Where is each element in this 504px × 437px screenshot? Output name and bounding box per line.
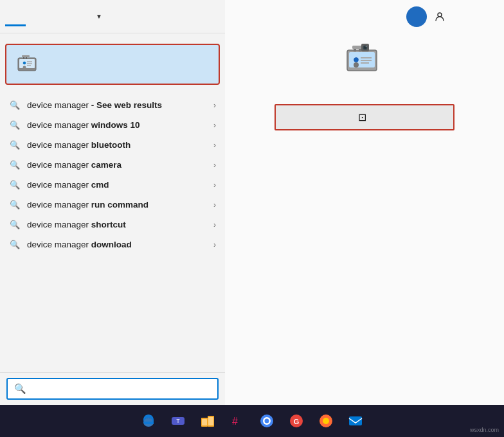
- result-text: device manager run command: [27, 200, 207, 210]
- search-bar-icon: 🔍: [14, 383, 26, 395]
- app6-icon[interactable]: G: [284, 408, 309, 434]
- svg-rect-40: [349, 416, 362, 425]
- result-text: device manager - See web results: [27, 100, 207, 110]
- chevron-down-icon: ▼: [96, 13, 102, 20]
- search-icon: 🔍: [9, 180, 21, 190]
- more-options-btn[interactable]: [453, 6, 473, 27]
- svg-point-35: [265, 419, 269, 424]
- taskbar: T # G wsxdn.com: [0, 405, 504, 437]
- svg-text:T: T: [176, 418, 180, 424]
- svg-text:G: G: [294, 418, 300, 425]
- watermark: wsxdn.com: [470, 427, 499, 433]
- svg-rect-31: [208, 417, 213, 425]
- svg-point-39: [323, 418, 329, 424]
- best-match-item[interactable]: [5, 44, 220, 85]
- close-btn[interactable]: [476, 6, 496, 27]
- device-manager-icon: [15, 51, 41, 77]
- search-web-label: [0, 85, 225, 95]
- svg-point-16: [354, 62, 359, 67]
- list-item[interactable]: 🔍 device manager windows 10 ›: [0, 115, 225, 135]
- list-item[interactable]: 🔍 device manager run command ›: [0, 195, 225, 215]
- svg-point-2: [23, 66, 26, 69]
- right-panel: ⊡: [225, 0, 504, 405]
- tab-documents[interactable]: [46, 6, 67, 26]
- search-icon: 🔍: [9, 100, 21, 110]
- search-icon: 🔍: [9, 140, 21, 150]
- search-icon: 🔍: [9, 120, 21, 130]
- tab-apps[interactable]: [26, 6, 46, 26]
- chevron-right-icon: ›: [213, 220, 216, 229]
- tab-all[interactable]: [5, 6, 26, 26]
- explorer-icon[interactable]: [195, 408, 221, 434]
- svg-point-6: [23, 62, 26, 64]
- search-icon: 🔍: [9, 240, 21, 249]
- result-text: device manager camera: [27, 160, 207, 170]
- slack-icon[interactable]: #: [224, 408, 250, 434]
- user-avatar[interactable]: [406, 6, 427, 27]
- people-icon-btn[interactable]: [429, 6, 450, 27]
- svg-point-17: [354, 58, 359, 62]
- result-text: device manager bluetooth: [27, 140, 207, 150]
- edge-icon[interactable]: [136, 408, 161, 434]
- tabs-bar: ▼: [0, 0, 225, 33]
- tab-more[interactable]: ▼: [87, 4, 109, 29]
- result-text: device manager cmd: [27, 180, 207, 190]
- list-item[interactable]: 🔍 device manager download ›: [0, 235, 225, 254]
- result-text: device manager download: [27, 240, 207, 249]
- list-item[interactable]: 🔍 device manager cmd ›: [0, 175, 225, 195]
- result-text: device manager shortcut: [27, 220, 207, 229]
- window-controls: [406, 6, 496, 27]
- outlook-icon[interactable]: [343, 408, 368, 434]
- chevron-right-icon: ›: [213, 161, 216, 170]
- result-text: device manager windows 10: [27, 120, 207, 130]
- device-manager-large-icon: [342, 39, 387, 84]
- chevron-right-icon: ›: [213, 240, 216, 249]
- svg-point-24: [366, 46, 367, 48]
- open-button[interactable]: ⊡: [274, 104, 455, 130]
- svg-rect-5: [22, 55, 30, 57]
- search-bar-container: 🔍: [0, 372, 225, 405]
- open-window-icon: ⊡: [358, 111, 366, 123]
- list-item[interactable]: 🔍 device manager - See web results ›: [0, 95, 225, 115]
- list-item[interactable]: 🔍 device manager bluetooth ›: [0, 135, 225, 155]
- search-icon: 🔍: [9, 220, 21, 229]
- list-item[interactable]: 🔍 device manager camera ›: [0, 155, 225, 175]
- chrome-icon[interactable]: [254, 408, 280, 434]
- left-panel: ▼: [0, 0, 225, 405]
- best-match-label: [0, 33, 225, 44]
- app7-icon[interactable]: [313, 408, 339, 434]
- tab-web[interactable]: [67, 6, 87, 26]
- chevron-right-icon: ›: [213, 181, 216, 190]
- svg-rect-30: [202, 419, 207, 425]
- chevron-right-icon: ›: [213, 141, 216, 150]
- search-icon: 🔍: [9, 160, 21, 170]
- search-icon: 🔍: [9, 200, 21, 210]
- chevron-right-icon: ›: [213, 201, 216, 210]
- chevron-right-icon: ›: [213, 101, 216, 110]
- chevron-right-icon: ›: [213, 121, 216, 130]
- svg-point-10: [438, 13, 442, 17]
- search-bar[interactable]: 🔍: [6, 378, 219, 400]
- teams-icon[interactable]: T: [165, 408, 191, 434]
- start-menu: ▼: [0, 0, 504, 405]
- list-item[interactable]: 🔍 device manager shortcut ›: [0, 215, 225, 235]
- svg-text:#: #: [232, 416, 238, 427]
